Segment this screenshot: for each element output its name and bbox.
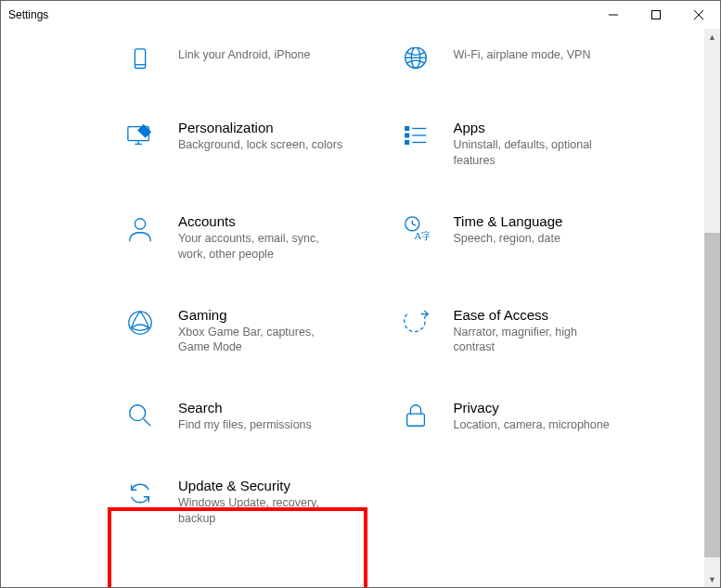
update-security-icon	[126, 478, 163, 507]
settings-grid: Link your Android, iPhone Wi-Fi, airplan…	[1, 29, 704, 555]
tile-desc: Windows Update, recovery, backup	[178, 495, 345, 527]
tile-title: Search	[178, 400, 312, 415]
svg-rect-27	[406, 414, 424, 426]
tile-title: Personalization	[178, 120, 342, 135]
svg-text:A字: A字	[414, 230, 430, 241]
tile-personalization[interactable]: Personalization Background, lock screen,…	[126, 103, 402, 197]
settings-window: Settings Link your Android, iPhone	[0, 0, 721, 588]
tile-desc: Link your Android, iPhone	[178, 47, 310, 63]
tile-update-security[interactable]: Update & Security Windows Update, recove…	[126, 461, 402, 555]
tile-apps[interactable]: Apps Uninstall, defaults, optional featu…	[402, 103, 677, 197]
tile-phone[interactable]: Link your Android, iPhone	[126, 29, 402, 103]
tile-desc: Uninstall, defaults, optional features	[454, 137, 621, 169]
tile-title: Accounts	[178, 213, 345, 229]
apps-icon	[402, 120, 439, 149]
personalization-icon	[126, 120, 163, 149]
tile-desc: Narrator, magnifier, high contrast	[454, 325, 621, 356]
svg-line-21	[412, 224, 416, 225]
tile-accounts[interactable]: Accounts Your accounts, email, sync, wor…	[126, 197, 402, 290]
tile-title: Privacy	[454, 400, 610, 415]
accounts-icon	[126, 213, 163, 243]
tile-desc: Background, lock screen, colors	[178, 137, 342, 153]
tile-title: Gaming	[178, 307, 345, 323]
tile-desc: Location, camera, microphone	[454, 417, 610, 433]
tile-title: Apps	[454, 120, 621, 135]
tile-title: Update & Security	[178, 478, 345, 493]
svg-point-18	[135, 219, 145, 229]
svg-rect-14	[405, 141, 408, 145]
tile-privacy[interactable]: Privacy Location, camera, microphone	[402, 383, 677, 461]
scroll-thumb[interactable]	[704, 233, 720, 557]
svg-line-26	[144, 419, 151, 427]
tile-desc: Your accounts, email, sync, work, other …	[178, 231, 345, 262]
svg-rect-1	[652, 11, 661, 19]
phone-icon	[126, 45, 163, 75]
vertical-scrollbar[interactable]: ▲ ▼	[704, 29, 720, 587]
tile-gaming[interactable]: Gaming Xbox Game Bar, captures, Game Mod…	[126, 290, 402, 384]
svg-point-25	[130, 405, 146, 421]
tile-desc: Find my files, permissions	[178, 417, 312, 433]
tile-time-language[interactable]: A字 Time & Language Speech, region, date	[402, 197, 677, 290]
maximize-button[interactable]	[635, 1, 677, 29]
close-button[interactable]	[677, 1, 720, 29]
tile-desc: Wi-Fi, airplane mode, VPN	[454, 47, 591, 63]
globe-icon	[402, 45, 439, 75]
content-area: Link your Android, iPhone Wi-Fi, airplan…	[1, 29, 704, 587]
gaming-icon	[126, 307, 163, 337]
ease-of-access-icon	[402, 307, 439, 337]
tile-ease-of-access[interactable]: Ease of Access Narrator, magnifier, high…	[402, 290, 677, 384]
tile-search[interactable]: Search Find my files, permissions	[126, 383, 402, 461]
svg-rect-12	[405, 127, 408, 131]
scroll-up-button[interactable]: ▲	[704, 29, 720, 45]
minimize-button[interactable]	[592, 1, 635, 29]
tile-title: Ease of Access	[454, 307, 621, 323]
titlebar: Settings	[1, 1, 720, 29]
privacy-icon	[402, 400, 439, 429]
search-icon	[126, 400, 163, 429]
svg-rect-13	[405, 134, 408, 137]
tile-network[interactable]: Wi-Fi, airplane mode, VPN	[402, 29, 677, 103]
tile-desc: Speech, region, date	[454, 231, 563, 247]
window-title: Settings	[8, 8, 48, 21]
tile-title: Time & Language	[454, 213, 563, 229]
svg-rect-4	[135, 49, 145, 69]
scroll-down-button[interactable]: ▼	[704, 571, 720, 587]
time-language-icon: A字	[402, 213, 439, 243]
tile-desc: Xbox Game Bar, captures, Game Mode	[178, 325, 345, 356]
